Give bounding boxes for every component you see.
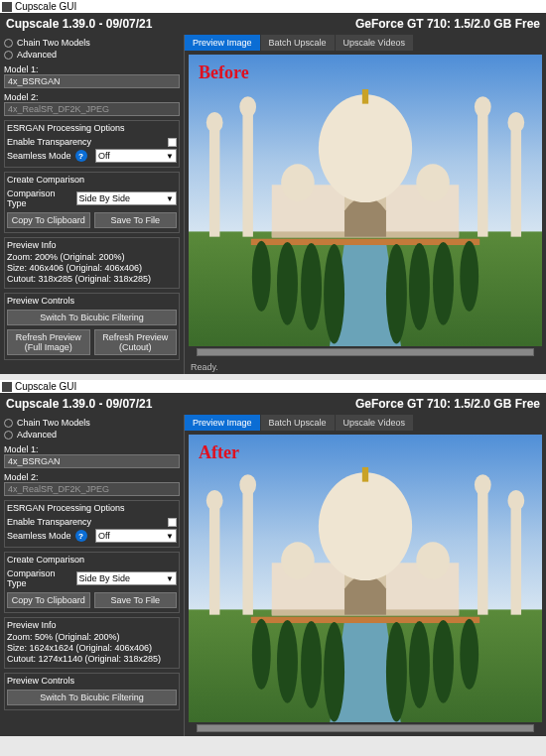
radio-advanced[interactable]: Advanced (4, 49, 180, 61)
switch-bicubic-button[interactable]: Switch To Bicubic Filtering (7, 310, 177, 325)
horizontal-scrollbar[interactable] (197, 348, 534, 356)
model2-input[interactable]: 4x_RealSR_DF2K_JPEG (4, 102, 180, 116)
sidebar: Chain Two Models Advanced Model 1: 4x_BS… (0, 35, 184, 374)
seamless-mode-select[interactable]: Off ▼ (95, 529, 177, 543)
save-to-file-button[interactable]: Save To File (94, 212, 178, 228)
svg-rect-33 (478, 485, 487, 615)
titlebar: Cupscale GUI (0, 0, 546, 13)
preview-info: Preview Info Zoom: 200% (Original: 200%)… (4, 237, 180, 289)
tab-preview-image[interactable]: Preview Image (185, 35, 260, 51)
preview-area[interactable]: After (185, 431, 546, 736)
help-icon[interactable]: ? (75, 150, 87, 162)
radio-chain-two-models[interactable]: Chain Two Models (4, 417, 180, 429)
comparison-type-select[interactable]: Side By Side ▼ (76, 191, 177, 205)
svg-point-42 (319, 472, 412, 580)
app-before: Cupscale GUI Cupscale 1.39.0 - 09/07/21 … (0, 0, 546, 374)
titlebar-text: Cupscale GUI (15, 381, 76, 392)
svg-rect-29 (209, 500, 219, 614)
svg-point-41 (416, 542, 450, 579)
svg-point-23 (409, 243, 430, 330)
comparison-type-select[interactable]: Side By Side ▼ (76, 571, 177, 585)
switch-bicubic-button[interactable]: Switch To Bicubic Filtering (7, 690, 177, 705)
tab-upscale-videos[interactable]: Upscale Videos (336, 415, 413, 431)
model2-label: Model 2: (4, 92, 180, 102)
svg-point-7 (475, 96, 491, 117)
tab-batch-upscale[interactable]: Batch Upscale (261, 415, 335, 431)
radio-advanced[interactable]: Advanced (4, 429, 180, 441)
before-badge: Before (199, 63, 249, 83)
save-to-file-button[interactable]: Save To File (94, 592, 178, 608)
tab-batch-upscale[interactable]: Batch Upscale (261, 35, 335, 51)
svg-rect-16 (362, 89, 368, 104)
radio-icon (4, 419, 13, 428)
tab-upscale-videos[interactable]: Upscale Videos (336, 35, 413, 51)
radio-chain-two-models[interactable]: Chain Two Models (4, 37, 180, 49)
chevron-down-icon: ▼ (166, 574, 174, 583)
main-panel: Preview Image Batch Upscale Upscale Vide… (184, 35, 546, 374)
tab-preview-image[interactable]: Preview Image (185, 415, 260, 431)
svg-point-21 (324, 244, 344, 344)
header: Cupscale 1.39.0 - 09/07/21 GeForce GT 71… (0, 393, 546, 415)
preview-controls: Preview Controls Switch To Bicubic Filte… (4, 293, 180, 360)
svg-point-9 (507, 112, 524, 133)
status-bar: Ready. (185, 360, 546, 374)
svg-rect-43 (362, 467, 368, 482)
svg-point-14 (416, 164, 450, 201)
enable-transparency-label: Enable Transparency (7, 517, 91, 527)
svg-point-3 (206, 112, 223, 133)
model2-label: Model 2: (4, 472, 180, 482)
svg-rect-4 (242, 107, 252, 237)
gpu-status: GeForce GT 710: 1.5/2.0 GB Free (355, 397, 540, 411)
cutout-info: Cutout: 318x285 (Original: 318x285) (7, 274, 177, 285)
svg-point-36 (507, 490, 524, 511)
preview-area[interactable]: Before (185, 51, 546, 360)
create-comparison: Create Comparison Comparison Type Side B… (4, 172, 180, 233)
size-info: Size: 406x406 (Original: 406x406) (7, 263, 177, 274)
model1-input[interactable]: 4x_BSRGAN (4, 74, 180, 88)
svg-point-26 (460, 241, 478, 312)
gpu-status: GeForce GT 710: 1.5/2.0 GB Free (355, 17, 540, 31)
svg-point-50 (409, 621, 430, 708)
cutout-info: Cutout: 1274x1140 (Original: 318x285) (7, 654, 177, 665)
svg-point-22 (386, 244, 407, 344)
model1-label: Model 1: (4, 444, 180, 454)
app-version: Cupscale 1.39.0 - 09/07/21 (6, 17, 152, 31)
zoom-info: Zoom: 200% (Original: 200%) (7, 252, 177, 263)
svg-point-52 (252, 619, 271, 690)
copy-to-clipboard-button[interactable]: Copy To Clipboard (7, 212, 90, 228)
titlebar: Cupscale GUI (0, 380, 546, 393)
model2-input[interactable]: 4x_RealSR_DF2K_JPEG (4, 482, 180, 496)
model1-input[interactable]: 4x_BSRGAN (4, 454, 180, 468)
svg-point-32 (239, 474, 256, 495)
horizontal-scrollbar[interactable] (197, 724, 534, 732)
tabs: Preview Image Batch Upscale Upscale Vide… (185, 35, 546, 51)
svg-point-46 (277, 620, 298, 703)
svg-point-34 (475, 474, 491, 495)
svg-point-40 (281, 542, 315, 579)
help-icon[interactable]: ? (75, 530, 87, 542)
radio-icon (4, 39, 13, 48)
tabs: Preview Image Batch Upscale Upscale Vide… (185, 415, 546, 431)
seamless-mode-label: Seamless Mode (7, 151, 71, 161)
seamless-mode-select[interactable]: Off ▼ (95, 149, 177, 163)
refresh-full-button[interactable]: Refresh Preview (Full Image) (7, 329, 90, 355)
chevron-down-icon: ▼ (166, 532, 174, 541)
preview-image (189, 55, 542, 346)
enable-transparency-checkbox[interactable] (168, 138, 177, 147)
create-comparison: Create Comparison Comparison Type Side B… (4, 552, 180, 613)
main-panel: Preview Image Batch Upscale Upscale Vide… (184, 415, 546, 736)
enable-transparency-checkbox[interactable] (168, 518, 177, 527)
svg-point-49 (386, 622, 407, 722)
esrgan-options: ESRGAN Processing Options Enable Transpa… (4, 120, 180, 168)
svg-rect-2 (209, 122, 219, 236)
svg-point-13 (281, 164, 315, 201)
zoom-info: Zoom: 50% (Original: 200%) (7, 632, 177, 643)
app-version: Cupscale 1.39.0 - 09/07/21 (6, 397, 152, 411)
svg-point-19 (277, 242, 298, 325)
copy-to-clipboard-button[interactable]: Copy To Clipboard (7, 592, 90, 608)
svg-point-25 (252, 241, 271, 312)
radio-icon (4, 431, 13, 440)
refresh-cutout-button[interactable]: Refresh Preview (Cutout) (94, 329, 178, 355)
preview-info: Preview Info Zoom: 50% (Original: 200%) … (4, 617, 180, 669)
svg-rect-8 (511, 122, 521, 236)
